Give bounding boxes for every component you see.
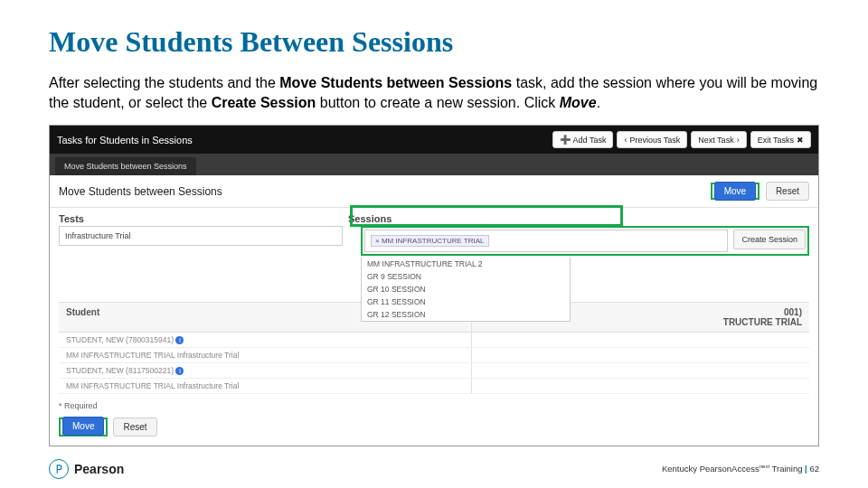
chevron-right-icon: › [737,136,740,145]
tab-strip: Move Students between Sessions [50,154,818,175]
section-header: Move Students between Sessions Move Rese… [50,175,818,208]
previous-task-button[interactable]: ‹Previous Task [617,131,687,148]
move-button-bottom[interactable]: Move [62,417,104,436]
field-labels-row: Tests Sessions [50,208,818,226]
reset-button-bottom[interactable]: Reset [113,418,156,436]
tab-move-students[interactable]: Move Students between Sessions [55,157,196,175]
next-task-button[interactable]: Next Task› [691,131,746,148]
dropdown-option[interactable]: GR 10 SESSION [362,283,570,296]
session-tag[interactable]: × MM INFRASTRUCTURE TRIAL [371,235,489,247]
pearson-logo: Pearson [49,459,124,479]
table-row: MM INFRASTRUCTURE TRIAL Infrastructure T… [59,348,809,363]
tests-label: Tests [59,213,348,224]
reset-button-top[interactable]: Reset [766,182,809,201]
dropdown-option[interactable]: MM INFRASTRUCTURE TRIAL 2 [362,258,570,270]
pearson-logo-text: Pearson [74,462,124,476]
intro-paragraph: After selecting the students and the Mov… [49,73,819,112]
footer-right: Kentucky PearsonAccessnext Training | 62 [662,464,819,474]
tasks-header-bar: Tasks for Students in Sessions ➕Add Task… [50,126,818,154]
bottom-buttons: Move Reset [50,418,818,446]
sessions-input[interactable]: × MM INFRASTRUCTURE TRIAL [364,230,728,252]
required-note: * Required [50,394,818,418]
field-inputs-row: Infrastructure Trial × MM INFRASTRUCTURE… [50,226,818,329]
dropdown-option[interactable]: GR 12 SESSION [362,308,570,321]
dropdown-option[interactable]: GR 9 SESSION [362,270,570,283]
create-session-button[interactable]: Create Session [733,230,806,249]
tests-dropdown[interactable]: Infrastructure Trial [59,226,343,246]
table-row: MM INFRASTRUCTURE TRIAL Infrastructure T… [59,379,809,394]
table-row: STUDENT, NEW (7800315941) i [59,333,809,348]
sessions-label: Sessions [348,213,809,224]
slide-title: Move Students Between Sessions [49,25,819,59]
slide-footer: Pearson Kentucky PearsonAccessnext Train… [49,459,819,479]
pearson-logo-icon [49,459,69,479]
sessions-dropdown-list[interactable]: MM INFRASTRUCTURE TRIAL 2 GR 9 SESSION G… [361,258,571,322]
exit-tasks-button[interactable]: Exit Tasks✖ [750,131,811,148]
add-task-button[interactable]: ➕Add Task [552,131,614,148]
tasks-header-label: Tasks for Students in Sessions [57,135,193,145]
chevron-left-icon: ‹ [624,136,627,145]
dropdown-option[interactable]: GR 11 SESSION [362,296,570,308]
move-button-top[interactable]: Move [714,182,756,201]
info-icon[interactable]: i [175,367,184,375]
close-icon: ✖ [797,136,804,145]
section-title: Move Students between Sessions [59,185,222,198]
table-row: STUDENT, NEW (8117500221) i [59,363,809,379]
screenshot-panel: Tasks for Students in Sessions ➕Add Task… [49,125,819,446]
info-icon[interactable]: i [175,336,184,344]
